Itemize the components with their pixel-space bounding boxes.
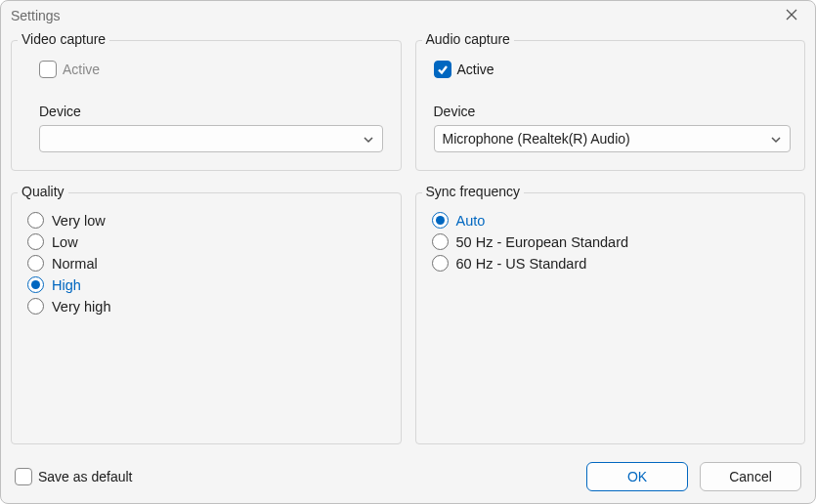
quality-option[interactable]: High bbox=[27, 276, 387, 293]
video-device-select[interactable] bbox=[39, 125, 383, 152]
cancel-button[interactable]: Cancel bbox=[700, 462, 801, 491]
quality-group: Quality Very lowLowNormalHighVery high bbox=[11, 192, 402, 444]
video-active-label: Active bbox=[63, 62, 100, 77]
ok-button[interactable]: OK bbox=[586, 462, 688, 491]
close-button[interactable] bbox=[778, 2, 805, 29]
radio-icon[interactable] bbox=[27, 298, 44, 315]
audio-device-value: Microphone (Realtek(R) Audio) bbox=[443, 131, 630, 147]
settings-dialog: Settings Video capture Active Device bbox=[0, 0, 816, 504]
radio-icon[interactable] bbox=[432, 212, 449, 229]
dialog-buttons: OK Cancel bbox=[586, 462, 801, 491]
radio-label: Auto bbox=[456, 213, 486, 229]
radio-label: Low bbox=[52, 234, 78, 250]
radio-icon[interactable] bbox=[432, 233, 449, 250]
titlebar: Settings bbox=[1, 1, 815, 30]
sync-option[interactable]: Auto bbox=[432, 212, 792, 229]
radio-label: High bbox=[52, 277, 81, 293]
radio-label: Normal bbox=[52, 256, 98, 272]
audio-active-checkbox-row[interactable]: Active bbox=[434, 61, 792, 78]
sync-option[interactable]: 60 Hz - US Standard bbox=[432, 255, 792, 272]
radio-label: Very high bbox=[52, 299, 110, 315]
audio-capture-group: Audio capture Active Device Microphone (… bbox=[415, 40, 806, 171]
quality-option[interactable]: Low bbox=[27, 233, 387, 250]
quality-legend: Quality bbox=[18, 184, 68, 199]
sync-frequency-group: Sync frequency Auto50 Hz - European Stan… bbox=[415, 192, 806, 444]
save-default-label: Save as default bbox=[38, 469, 133, 484]
content-area: Video capture Active Device bbox=[1, 30, 815, 454]
quality-option[interactable]: Very low bbox=[27, 212, 387, 229]
audio-capture-legend: Audio capture bbox=[422, 31, 514, 47]
left-column: Video capture Active Device bbox=[11, 30, 402, 444]
radio-icon[interactable] bbox=[432, 255, 449, 272]
radio-icon[interactable] bbox=[27, 212, 44, 229]
audio-device-label: Device bbox=[434, 104, 792, 119]
audio-active-label: Active bbox=[457, 62, 494, 77]
sync-radio-list: Auto50 Hz - European Standard60 Hz - US … bbox=[430, 212, 792, 272]
audio-device-select[interactable]: Microphone (Realtek(R) Audio) bbox=[434, 125, 792, 152]
dialog-footer: Save as default OK Cancel bbox=[1, 454, 815, 503]
video-capture-group: Video capture Active Device bbox=[11, 40, 402, 171]
sync-frequency-legend: Sync frequency bbox=[422, 184, 525, 199]
chevron-down-icon bbox=[363, 133, 374, 145]
right-column: Audio capture Active Device Microphone (… bbox=[415, 30, 806, 444]
window-title: Settings bbox=[11, 8, 61, 23]
video-active-checkbox[interactable] bbox=[39, 61, 57, 78]
save-default-checkbox[interactable] bbox=[15, 468, 32, 485]
radio-icon[interactable] bbox=[27, 276, 44, 293]
video-active-checkbox-row[interactable]: Active bbox=[39, 61, 383, 78]
radio-icon[interactable] bbox=[27, 233, 44, 250]
quality-option[interactable]: Very high bbox=[27, 298, 387, 315]
radio-label: 60 Hz - US Standard bbox=[456, 256, 587, 272]
ok-button-label: OK bbox=[627, 469, 647, 484]
radio-label: Very low bbox=[52, 213, 106, 229]
columns: Video capture Active Device bbox=[11, 30, 805, 444]
video-capture-legend: Video capture bbox=[18, 31, 109, 47]
sync-option[interactable]: 50 Hz - European Standard bbox=[432, 233, 792, 250]
radio-label: 50 Hz - European Standard bbox=[456, 234, 629, 250]
video-device-label: Device bbox=[39, 104, 383, 119]
quality-option[interactable]: Normal bbox=[27, 255, 387, 272]
chevron-down-icon bbox=[770, 133, 782, 145]
radio-icon[interactable] bbox=[27, 255, 44, 272]
audio-active-checkbox[interactable] bbox=[434, 61, 451, 78]
quality-radio-list: Very lowLowNormalHighVery high bbox=[25, 212, 387, 315]
cancel-button-label: Cancel bbox=[729, 469, 772, 484]
close-icon bbox=[786, 8, 797, 23]
save-default-row[interactable]: Save as default bbox=[15, 468, 133, 485]
